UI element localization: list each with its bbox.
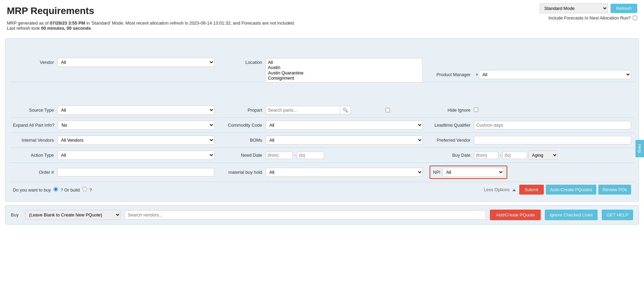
expand-part-label: Expand All Part Info? <box>13 123 58 128</box>
buy-date-cell: Buy Date - Aging No Aging <box>426 148 634 162</box>
less-options-label: Less Options <box>484 187 510 192</box>
mode-select[interactable]: Standard Mode Advanced Mode <box>540 3 608 13</box>
hide-ignore-cell: Hide Ignore <box>426 103 634 117</box>
material-buy-hold-label: material buy hold <box>221 170 266 175</box>
buy-radio[interactable] <box>54 187 58 192</box>
internal-vendors-select[interactable]: All Vendors Internal Only External Only <box>57 136 214 145</box>
info-line2-suffix: . <box>91 26 92 31</box>
pm-label-wrap: Product Manager ▼ <box>430 72 479 77</box>
boms-select[interactable]: All <box>266 136 423 145</box>
forecast-label: Include Forecasts In Next Allocation Run… <box>549 15 631 20</box>
action-type-label: Action Type <box>13 153 57 158</box>
question-mark-2: ? <box>89 187 92 193</box>
order-number-cell: Order # 7.1 <box>10 163 218 182</box>
expand-part-cell: Expand All Part Info? No Yes <box>10 118 218 132</box>
vendor-cell: Vendor All Vendor A <box>10 43 218 82</box>
preferred-vendor-label: Preferred Vendor <box>430 138 474 143</box>
build-radio[interactable] <box>83 187 87 192</box>
action-buttons: Submit Auto-Create PQuotes Review POs <box>519 185 631 195</box>
info-duration: 00 minutes, 00 seconds <box>41 26 91 31</box>
commodity-code-label: Commodity Code <box>221 123 266 128</box>
location-select[interactable]: All Austin Austin Quarantine Consignment <box>266 58 423 83</box>
buy-radio-label <box>54 187 58 192</box>
aging-select[interactable]: Aging No Aging <box>528 151 558 160</box>
filter-row-5: Action Type All Buy Make Cancel Need Dat… <box>10 148 634 163</box>
internal-vendors-label: Internal Vendors <box>13 138 57 143</box>
less-options-icon <box>512 189 516 191</box>
location-control: All Austin Austin Quarantine Consignment <box>266 58 423 67</box>
get-help-button[interactable]: GET HELP <box>602 210 633 220</box>
buy-date-from[interactable] <box>474 152 498 159</box>
need-date-label: Need Date <box>221 153 266 158</box>
vendor-control: All Vendor A <box>57 58 214 67</box>
product-manager-select[interactable]: All <box>479 70 631 79</box>
need-date-control: - <box>266 152 423 159</box>
buy-date-separator: - <box>500 153 501 158</box>
need-date-cell: Need Date - <box>218 148 426 162</box>
source-type-control: All Buy Make <box>57 105 214 115</box>
internal-vendors-control: All Vendors Internal Only External Only <box>57 136 214 145</box>
location-option-all[interactable]: All <box>268 60 420 65</box>
leadtime-qualifier-label: Leadtime Qualifier <box>430 123 474 128</box>
npi-label: NPI <box>433 170 440 175</box>
preferred-vendor-input[interactable] <box>474 136 631 144</box>
propart-cell: Prоpart 🔍 <box>218 103 426 117</box>
forecast-checkbox[interactable] <box>633 16 637 20</box>
location-label: Location <box>221 60 266 65</box>
less-options-button[interactable]: Less Options <box>484 187 516 192</box>
location-option-austin-quarantine[interactable]: Austin Quarantine <box>268 70 420 76</box>
info-datetime: 07/28/23 3:55 PM <box>50 20 85 26</box>
leadtime-qualifier-input[interactable] <box>474 121 631 129</box>
commodity-code-cell: Commodity Code All <box>218 118 426 132</box>
refresh-button[interactable]: Refresh <box>611 4 637 13</box>
buy-label: Buy <box>11 212 21 217</box>
source-type-select[interactable]: All Buy Make <box>57 105 214 115</box>
boms-control: All <box>266 136 423 145</box>
propart-input[interactable] <box>266 106 340 114</box>
buy-build-question: Do you want to buy ? Or build ? <box>13 187 480 193</box>
filter-bottom-row: Do you want to buy ? Or build ? Less Opt… <box>10 182 634 197</box>
propart-search-icon[interactable]: 🔍 <box>340 106 351 114</box>
commodity-code-select[interactable]: All <box>266 121 423 130</box>
material-buy-hold-select[interactable]: All Yes No <box>266 168 423 177</box>
expand-part-select[interactable]: No Yes <box>58 121 214 130</box>
question-mark-1: ? <box>61 187 63 193</box>
buy-date-label: Buy Date <box>430 153 474 158</box>
npi-select[interactable]: All Yes No <box>443 168 504 177</box>
action-type-select[interactable]: All Buy Make Cancel <box>57 151 214 160</box>
npi-cell: NPI All Yes No <box>426 163 634 182</box>
filter-section: Vendor All Vendor A Location All Austin … <box>5 38 639 202</box>
need-date-separator: - <box>294 153 296 158</box>
bottom-bar: Buy (Leave Blank to Create New PQuote) A… <box>5 205 639 225</box>
product-manager-cell: Product Manager ▼ All <box>426 43 634 82</box>
need-date-from[interactable] <box>266 152 293 159</box>
order-number-input[interactable]: 7.1 <box>57 168 214 176</box>
vendor-select[interactable]: All Vendor A <box>57 58 214 67</box>
expand-part-control: No Yes <box>58 121 214 130</box>
propart-control: 🔍 <box>266 106 423 114</box>
add-create-pquote-button[interactable]: Add/Create PQuote <box>490 210 541 220</box>
hide-ignore-checkbox[interactable] <box>474 108 478 112</box>
need-date-to[interactable] <box>297 152 324 159</box>
location-cell: Location All Austin Austin Quarantine Co… <box>218 43 426 82</box>
material-buy-hold-control: All Yes No <box>266 168 423 177</box>
location-option-austin[interactable]: Austin <box>268 65 420 70</box>
filter-row-3: Expand All Part Info? No Yes Commodity C… <box>10 118 634 133</box>
location-option-consignment[interactable]: Consignment <box>268 75 420 81</box>
order-number-label: Order # <box>13 170 57 175</box>
auto-create-pquotes-button[interactable]: Auto-Create PQuotes <box>546 185 596 195</box>
buy-date-to[interactable] <box>503 152 527 159</box>
hide-ignore-label: Hide Ignore <box>430 108 474 113</box>
boms-label: BOMs <box>221 138 266 143</box>
propart-label: Prоpart <box>221 108 266 113</box>
preferred-vendor-cell: Preferred Vendor <box>426 133 634 147</box>
build-radio-label <box>83 187 87 192</box>
help-tab[interactable]: Help <box>635 140 644 157</box>
buy-dropdown[interactable]: (Leave Blank to Create New PQuote) <box>25 210 121 220</box>
propart-checkbox[interactable] <box>353 108 423 112</box>
ignore-checked-lines-button[interactable]: Ignore Checked Lines <box>545 210 597 220</box>
vendor-search-input[interactable] <box>125 210 486 220</box>
submit-button[interactable]: Submit <box>519 185 544 195</box>
filter-row-2: Source Type All Buy Make Prоpart 🔍 <box>10 103 634 118</box>
review-pos-button[interactable]: Review POs <box>598 185 631 195</box>
